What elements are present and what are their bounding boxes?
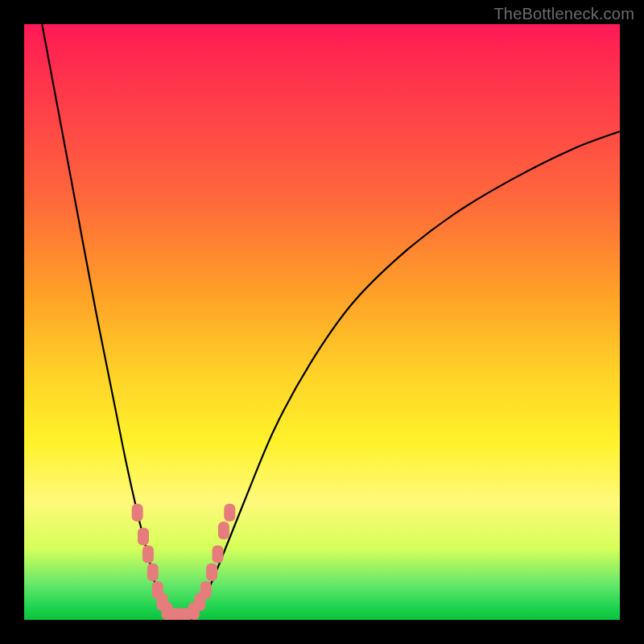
marker-0 bbox=[132, 504, 143, 522]
marker-16 bbox=[224, 504, 235, 522]
curve-right-curve bbox=[191, 131, 620, 620]
curves-svg bbox=[24, 24, 620, 620]
marker-13 bbox=[206, 564, 217, 581]
marker-3 bbox=[147, 564, 159, 581]
marker-1 bbox=[138, 527, 149, 545]
marker-2 bbox=[142, 546, 154, 564]
curve-left-curve bbox=[42, 24, 173, 620]
marker-12 bbox=[200, 581, 212, 599]
chart-frame: TheBottleneck.com bbox=[0, 0, 644, 644]
marker-14 bbox=[213, 546, 224, 564]
watermark-text: TheBottleneck.com bbox=[493, 5, 634, 23]
plot-area bbox=[24, 24, 620, 620]
marker-15 bbox=[218, 522, 229, 539]
